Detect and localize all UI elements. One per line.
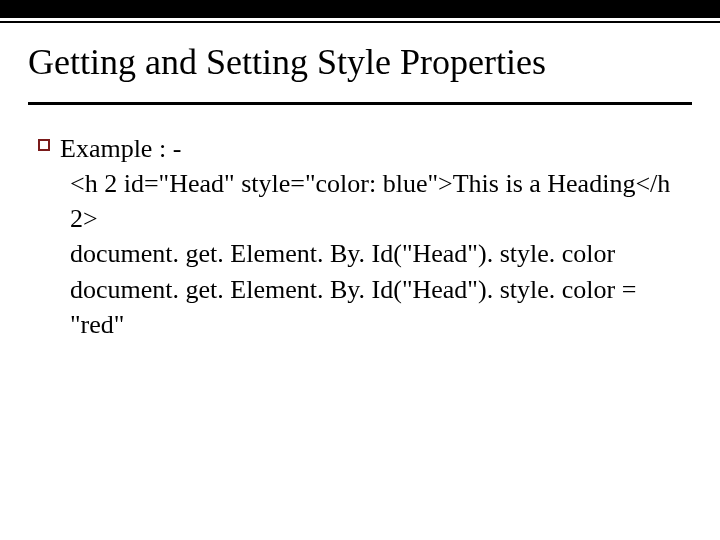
square-bullet-icon	[38, 139, 50, 151]
content-area: Example : - <h 2 id="Head" style="color:…	[0, 105, 720, 342]
slide-top-bar	[0, 0, 720, 18]
code-line-1: <h 2 id="Head" style="color: blue">This …	[70, 166, 680, 236]
bullet-item: Example : - <h 2 id="Head" style="color:…	[60, 131, 680, 342]
slide-title: Getting and Setting Style Properties	[28, 41, 692, 84]
example-label: Example : -	[60, 131, 680, 166]
title-area: Getting and Setting Style Properties	[0, 23, 720, 94]
code-line-2: document. get. Element. By. Id("Head"). …	[70, 236, 680, 271]
code-line-3: document. get. Element. By. Id("Head"). …	[70, 272, 680, 342]
